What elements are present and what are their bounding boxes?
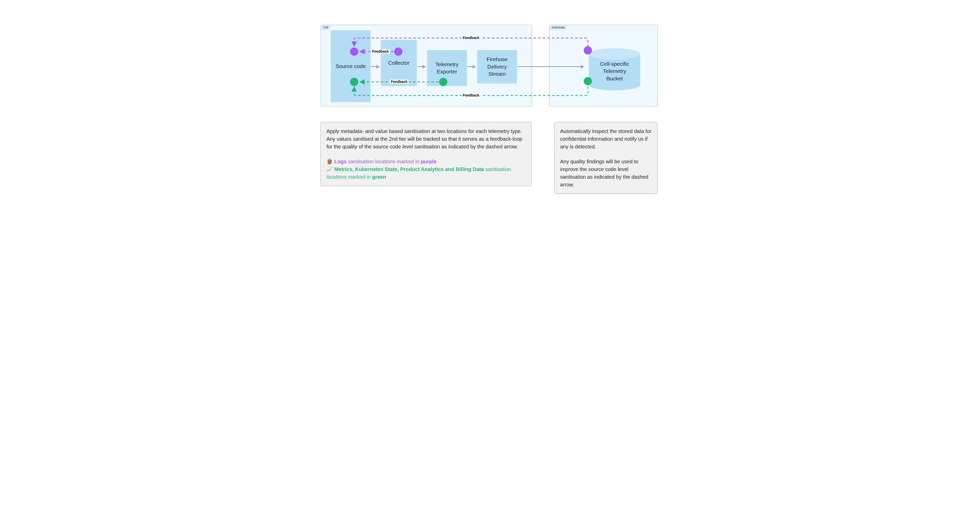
component-bucket-label: Cell-specific Telemetry Bucket [588,48,641,91]
dot-purple-source [350,48,358,56]
info-left-logs-line: 🪵 Logs sanitisation locations marked in … [326,157,526,165]
metrics-emoji: 📈 [326,166,333,172]
metrics-bold: Metrics, Kubernetes State, Product Analy… [334,166,484,172]
logs-bold: Logs [334,159,347,164]
zone-cell-label: Cell [321,25,331,30]
arrow-exporter-to-firehose [468,66,476,67]
dot-green-exporter [439,78,447,86]
arrow-source-to-collector [371,66,379,67]
feedback-label-top-long: Feedback [462,36,480,40]
arrow-collector-to-exporter [417,66,426,67]
dot-purple-bucket [584,46,592,54]
info-left-metrics-line: 📈 Metrics, Kubernetes State, Product Ana… [326,165,526,181]
diagram-canvas: Cell Substrate Source code Collector Tel… [295,0,685,208]
zone-substrate-label: Substrate [549,25,567,30]
logs-emoji: 🪵 [326,159,333,164]
component-collector: Collector [381,40,417,86]
info-right-p2: Any quality findings will be used to imp… [560,157,652,188]
component-firehose: Firehose Delivery Stream [477,50,517,83]
info-panel-right: Automatically inspect the stored data fo… [554,122,657,194]
dot-green-bucket [584,77,592,85]
logs-color-word: purple [421,159,436,164]
feedback-label-green-short: Feedback [390,79,409,84]
info-panel-left: Apply metadata- and value based sanitisa… [320,122,531,186]
logs-rest: sanitisation locations marked in [347,159,421,164]
metrics-color-word: green [372,174,386,180]
dot-purple-collector [394,48,402,56]
component-source-code: Source code [331,30,371,102]
feedback-label-purple-short: Feedback [371,49,390,53]
info-right-p1: Automatically inspect the stored data fo… [560,127,652,151]
arrow-firehose-to-bucket [517,66,584,67]
component-bucket: Cell-specific Telemetry Bucket [588,48,641,91]
dot-green-source [350,78,358,86]
info-left-p1: Apply metadata- and value based sanitisa… [326,127,526,151]
feedback-label-bottom-long: Feedback [462,93,480,97]
